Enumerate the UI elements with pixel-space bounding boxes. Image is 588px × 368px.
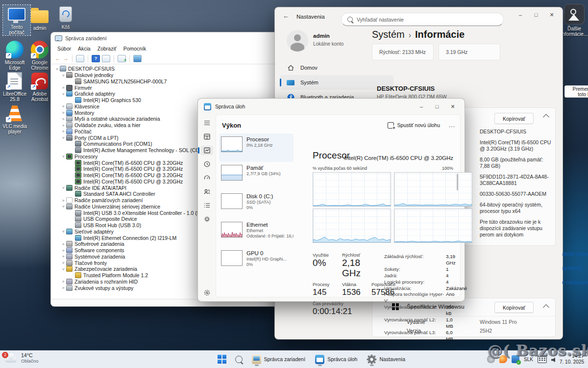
task-manager-titlebar[interactable]: Správca úloh – □ ✕: [198, 99, 465, 114]
tree-chevron-icon[interactable]: >: [60, 242, 66, 246]
weather-widget[interactable]: 2 14°C Oblačno: [4, 352, 38, 364]
device-type-icon: [66, 91, 73, 97]
cpu-core-chart-3: [313, 209, 391, 243]
shortcut-arrow-icon: ↗: [6, 53, 11, 58]
more-options-button[interactable]: ...: [449, 122, 455, 129]
scrollbar-thumb[interactable]: [457, 174, 458, 190]
tree-chevron-icon[interactable]: >: [61, 266, 66, 272]
device-tree-label: Intel(R) Core(TM) i5-6500 CPU @ 3.20GHz: [83, 160, 183, 166]
remote-computer-icon[interactable]: [133, 55, 142, 62]
tree-chevron-icon[interactable]: >: [60, 248, 66, 253]
rename-pc-button[interactable]: Premenovať toto PC: [564, 85, 588, 98]
device-tree-item[interactable]: > Firmvér: [52, 84, 277, 91]
taskbar-app-button[interactable]: Správca úloh: [311, 352, 361, 366]
tree-chevron-icon[interactable]: >: [61, 154, 66, 159]
menu-item[interactable]: Súbor: [54, 45, 74, 52]
settings-link[interactable]: alebo pracovná skupina: [562, 251, 588, 257]
metric-card[interactable]: Pamäť 2,7/7,9 GB (34%): [219, 162, 294, 190]
desktop-icon[interactable]: ↗ Adobe Acrobat: [27, 72, 52, 102]
collapse-chevron-icon[interactable]: [543, 114, 549, 120]
performance-icon[interactable]: [200, 146, 213, 155]
metric-card[interactable]: Disk 0 (C:) SSD (SATA) 0%: [219, 190, 294, 219]
console-tree-icon[interactable]: [76, 55, 84, 62]
minimize-button[interactable]: –: [414, 101, 429, 112]
device-type-icon: [66, 185, 73, 191]
settings-gear-icon[interactable]: [200, 288, 213, 297]
tree-chevron-icon[interactable]: >: [55, 66, 59, 72]
copy-button[interactable]: Kopírovať: [494, 113, 534, 124]
spotlight-desktop-icon[interactable]: Ďalšie informácie...: [562, 4, 587, 37]
device-type-icon: [75, 191, 81, 197]
desktop-icon[interactable]: ↗ Kôš: [54, 5, 77, 30]
metric-value: 2,7/7,9 GB (34%): [246, 171, 281, 177]
device-type-icon: [66, 204, 73, 210]
device-tree-label: Myši a ostatné ukazovacie zariadenia: [74, 116, 160, 122]
startup-apps-icon[interactable]: [200, 173, 213, 183]
tree-chevron-icon[interactable]: >: [61, 229, 66, 235]
maximize-button[interactable]: □: [429, 101, 445, 112]
menu-icon[interactable]: [200, 118, 213, 128]
menu-item[interactable]: Akcia: [74, 45, 94, 52]
run-new-task-button[interactable]: Spustiť novú úlohu: [388, 122, 440, 129]
tree-chevron-icon[interactable]: >: [60, 129, 66, 133]
back-button[interactable]: ←: [283, 12, 289, 20]
search-button[interactable]: [232, 352, 246, 366]
properties-icon[interactable]: [102, 55, 110, 62]
metric-value: 0% 2,18 GHz: [246, 143, 273, 148]
taskbar-app-button[interactable]: Nastavenia: [363, 352, 409, 366]
tree-chevron-icon[interactable]: >: [60, 123, 66, 128]
settings-link[interactable]: systému: [562, 265, 588, 271]
device-tree-item[interactable]: > Grafické adaptéry: [52, 91, 277, 97]
app-history-icon[interactable]: [200, 159, 213, 169]
tree-chevron-icon[interactable]: >: [60, 254, 66, 259]
copy-button[interactable]: Kopírovať: [494, 302, 534, 313]
collapse-chevron-icon[interactable]: [543, 304, 549, 311]
details-icon[interactable]: [200, 201, 213, 210]
tree-chevron-icon[interactable]: >: [61, 204, 66, 210]
device-manager-titlebar[interactable]: Správca zariadení: [51, 32, 277, 44]
menu-item[interactable]: Pomocník: [120, 45, 150, 52]
tree-chevron-icon[interactable]: >: [60, 110, 66, 115]
tree-chevron-icon[interactable]: >: [60, 279, 66, 284]
desktop-icon[interactable]: ↗ VLC media player: [1, 104, 28, 134]
metric-sparkline: [221, 136, 243, 152]
services-icon[interactable]: [200, 214, 213, 224]
desktop-icon[interactable]: ↗ Microsoft Edge: [1, 40, 28, 71]
close-button[interactable]: ✕: [445, 101, 461, 112]
device-tree-item[interactable]: > DESKTOP-CFSIUIS: [52, 66, 277, 72]
breadcrumb-parent[interactable]: Systém: [372, 29, 405, 40]
tree-chevron-icon[interactable]: >: [60, 198, 66, 203]
tree-chevron-icon[interactable]: >: [61, 72, 66, 78]
desktop-icon[interactable]: ↗ admin: [28, 6, 51, 31]
device-type-icon: [75, 272, 81, 278]
menu-item[interactable]: Zobraziť: [94, 45, 120, 52]
desktop-icon[interactable]: ↗ LibreOffice 25.8: [1, 72, 28, 102]
forward-arrow-icon[interactable]: →: [63, 55, 69, 62]
taskbar-app-button[interactable]: Správca zariadení: [248, 352, 310, 366]
tree-chevron-icon[interactable]: >: [60, 261, 66, 265]
desktop-icon-label: LibreOffice 25.8: [1, 91, 28, 102]
back-arrow-icon[interactable]: ←: [55, 55, 61, 62]
scan-hardware-icon[interactable]: [118, 55, 126, 62]
desktop-icon[interactable]: ↗ Google Chrome: [27, 40, 52, 71]
device-tree-item[interactable]: > SAMSUNG MZ7LN256HCHP-000L7: [52, 79, 277, 85]
metric-card[interactable]: Ethernet Ethernet Odoslané: 0 Prijaté: 1…: [219, 219, 294, 247]
help-icon[interactable]: ?: [92, 55, 100, 62]
users-icon[interactable]: [200, 187, 213, 196]
tree-chevron-icon[interactable]: >: [60, 286, 66, 290]
tree-chevron-icon[interactable]: >: [61, 135, 66, 141]
metric-card[interactable]: Procesor 0% 2,18 GHz: [219, 133, 294, 162]
desktop-icon-label: Google Chrome: [27, 60, 52, 71]
settings-link[interactable]: é nastavenia systému: [562, 279, 588, 285]
tree-chevron-icon[interactable]: >: [60, 85, 66, 90]
desktop-icon[interactable]: ↗ Tento počítač: [3, 5, 30, 35]
tree-chevron-icon[interactable]: >: [61, 185, 66, 191]
tree-chevron-icon[interactable]: >: [60, 104, 66, 108]
start-button[interactable]: [214, 352, 230, 366]
cpu-stat: Čas prevádzky0:00:14:21: [313, 301, 352, 316]
tree-chevron-icon[interactable]: >: [61, 91, 66, 97]
processes-icon[interactable]: [200, 132, 213, 141]
metric-card[interactable]: GPU 0 Intel(R) HD Graphi... 0%: [219, 247, 294, 276]
tree-chevron-icon[interactable]: >: [60, 117, 66, 121]
device-tree-item[interactable]: > Diskové jednotky: [52, 72, 277, 79]
